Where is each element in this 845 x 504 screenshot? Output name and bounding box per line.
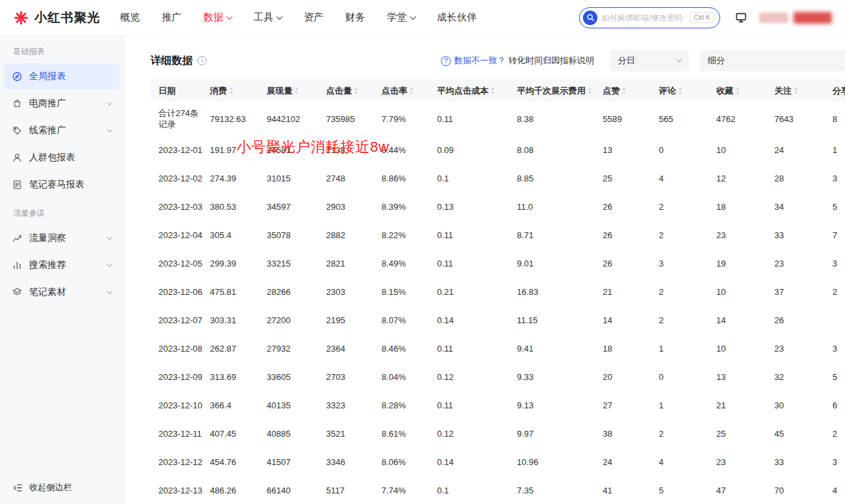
table-cell: 1 [659,343,716,354]
header-label: 点击率 [382,85,407,96]
granularity-value: 分日 [618,55,635,67]
search-input[interactable] [601,13,686,22]
compass-icon [12,71,22,82]
table-cell: 262.87 [210,343,267,354]
table-cell: 26 [603,230,659,241]
table-cell: 合计274条记录 [151,108,210,130]
table-cell: 25 [716,428,774,439]
nav-item-overview[interactable]: 概览 [120,11,140,24]
table-cell: 20 [603,371,659,383]
table-cell: 19 [716,258,774,269]
sidebar-item-note-material[interactable]: 笔记素材 [4,279,119,305]
nav-item-data[interactable]: 数据 [203,11,232,24]
granularity-select[interactable]: 分日 [610,50,689,71]
table-cell: 0.11 [437,113,517,125]
info-icon[interactable]: i [197,56,207,65]
sort-icon[interactable] [229,87,234,94]
search-icon[interactable] [583,11,597,25]
table-cell: 0.14 [437,315,517,326]
global-search[interactable]: Ctrl K [579,7,720,28]
table-cell: 2023-12-05 [151,258,210,269]
table-cell: 9.97 [517,428,603,439]
nav-item-assets[interactable]: 资产 [304,11,323,24]
shortcut-hint: Ctrl K [690,12,714,23]
table-cell: 2 [659,315,716,326]
sort-icon[interactable] [354,87,358,94]
table-cell: 23 [774,343,832,354]
page-title-text: 详细数据 [151,54,193,68]
table-cell: 2364 [326,343,382,354]
nav-label: 资产 [304,11,323,24]
header-cell[interactable]: 消费 [210,85,267,96]
sidebar-item-lead-promotion[interactable]: 线索推广 [4,117,119,144]
attribution-note[interactable]: 转化时间归因指标说明 [508,55,594,67]
table-cell: 2023-12-04 [151,230,210,241]
header-cell[interactable]: 收藏 [716,85,774,96]
sidebar-item-note-race-report[interactable]: 笔记赛马报表 [4,172,119,198]
sort-icon[interactable] [409,87,414,94]
table-cell: 4 [832,485,845,496]
chevron-down-icon [107,100,112,105]
table-cell: 11.15 [517,315,603,326]
header-cell[interactable]: 平均点击成本 [437,85,517,96]
sidebar-item-traffic-insight[interactable]: 流量洞察 [4,225,119,251]
table-cell: 2023-12-01 [151,144,210,156]
header-cell[interactable]: 点击率 [382,85,437,96]
sort-icon[interactable] [735,87,740,94]
sort-icon[interactable] [678,87,683,94]
table-cell: 366.4 [210,400,267,411]
table-cell: 27932 [267,343,326,354]
table-cell: 8.46% [382,343,437,354]
table-cell: 7.74% [382,485,437,496]
data-inconsistent-link[interactable]: 数据不一致？ [454,55,506,67]
collapse-sidebar-button[interactable]: 收起侧边栏 [13,482,72,493]
sidebar-item-label: 全局报表 [29,71,66,82]
nav-item-finance[interactable]: 财务 [345,11,365,24]
sort-icon[interactable] [588,87,592,94]
sort-icon[interactable] [622,87,626,94]
nav-item-academy[interactable]: 学堂 [387,11,415,24]
table-cell: 8.86% [382,173,437,184]
table-cell: 565 [659,113,716,125]
chevron-down-icon [226,13,233,20]
user-icon [12,152,22,163]
table-cell: 8.38 [517,113,603,125]
breakdown-select[interactable]: 细分 [700,50,845,71]
table-cell: 2023-12-13 [151,485,210,496]
user-account-redacted[interactable] [759,12,832,24]
annotation-text: 小号聚光户消耗接近8w [236,137,389,157]
nav-item-promotion[interactable]: 推广 [162,11,182,24]
flower-logo-icon [13,10,29,26]
sidebar-item-search-recommend[interactable]: 搜索推荐 [4,252,119,278]
tag-icon [12,125,22,136]
sort-icon[interactable] [794,87,798,94]
header-cell[interactable]: 评论 [659,85,716,96]
sidebar-item-audience-report[interactable]: 人群包报表 [4,144,119,171]
sidebar-item-ecommerce-promotion[interactable]: 电商推广 [4,90,119,117]
nav-item-growth-partner[interactable]: 成长伙伴 [437,11,477,24]
table-cell: 2023-12-12 [151,457,210,468]
header-cell[interactable]: 展现量 [267,85,326,96]
header-cell[interactable]: 点赞 [603,85,659,96]
sidebar-item-global-report[interactable]: 全局报表 [4,63,119,90]
workbench-icon[interactable] [735,11,747,24]
header-cell[interactable]: 关注 [774,85,832,96]
table-row: 2023-12-04305.43507828828.22%0.118.71262… [151,221,845,249]
sort-icon[interactable] [294,87,299,94]
sort-icon[interactable] [490,87,495,94]
toolbar-right: ? 数据不一致？ 转化时间归因指标说明 分日 细分 [441,50,845,71]
chevron-down-icon [410,13,417,20]
bars-icon [12,260,22,270]
app-logo[interactable]: 小红书聚光 [13,9,100,26]
table-cell: 2903 [326,201,382,212]
table-cell: 9.13 [517,400,603,411]
table-cell: 4 [659,173,716,184]
chevron-down-icon [277,13,283,20]
nav-item-tools[interactable]: 工具 [254,11,282,24]
table-cell: 14 [603,315,659,326]
header-cell[interactable]: 点击量 [326,85,382,96]
header-cell[interactable]: 平均千次展示费用 [517,85,603,96]
table-cell: 7643 [774,113,832,125]
header-cell[interactable]: 分享 [832,85,845,96]
avatar [759,13,788,23]
